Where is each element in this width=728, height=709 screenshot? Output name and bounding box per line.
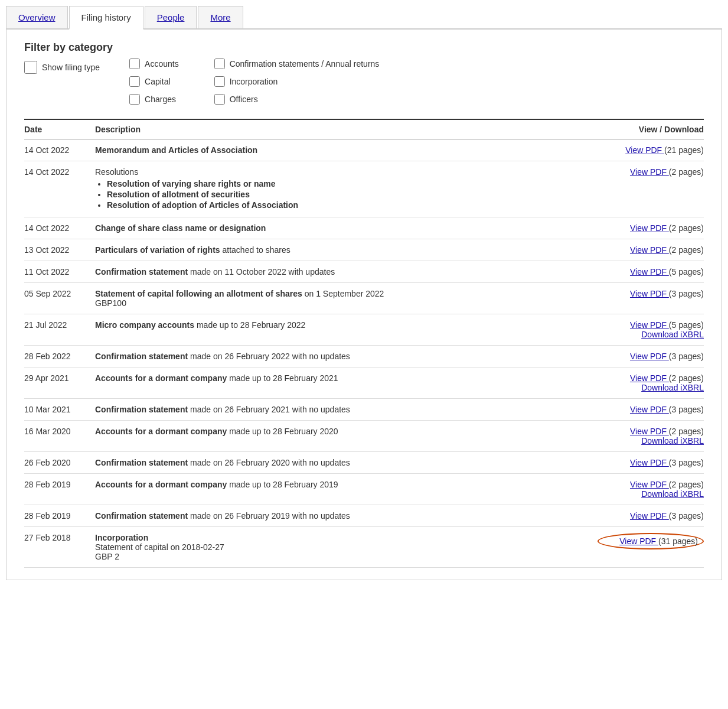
charges-label: Charges	[145, 95, 176, 104]
table-row: 13 Oct 2022Particulars of variation of r…	[24, 239, 704, 261]
download-ixbrl-link[interactable]: Download iXBRL	[598, 436, 704, 445]
description-rest: made up to 28 February 2020	[227, 427, 338, 436]
accounts-label: Accounts	[145, 59, 179, 69]
filter-col-2: Confirmation statements / Annual returns…	[214, 58, 380, 105]
tab-people[interactable]: People	[145, 6, 197, 28]
resolutions-label: Resolutions	[95, 167, 598, 177]
view-pdf-link[interactable]: View PDF (5 pages)	[598, 320, 704, 330]
row-view-download: View PDF (2 pages)	[598, 217, 704, 239]
row-view-download: View PDF (3 pages)	[598, 505, 704, 527]
show-filing-type-label: Show filing type	[42, 63, 100, 72]
resolution-item: Resolution of allotment of securities	[107, 190, 598, 199]
description-rest: made on 26 February 2021 with no updates	[188, 405, 350, 414]
row-date: 10 Mar 2021	[24, 399, 95, 421]
row-view-download: View PDF (21 pages)	[598, 139, 704, 161]
table-row: 29 Apr 2021Accounts for a dormant compan…	[24, 367, 704, 399]
view-pdf-link[interactable]: View PDF (5 pages)	[598, 267, 704, 277]
confirmation-label: Confirmation statements / Annual returns	[230, 59, 380, 69]
description-bold: Particulars of variation of rights	[95, 245, 220, 255]
row-description: Accounts for a dormant company made up t…	[95, 367, 598, 399]
description-bold: Change of share class name or designatio…	[95, 223, 266, 233]
capital-label: Capital	[145, 77, 171, 86]
table-row: 11 Oct 2022Confirmation statement made o…	[24, 261, 704, 283]
view-pdf-link[interactable]: View PDF (2 pages)	[598, 245, 704, 255]
description-line: Statement of capital on 2018-02-27	[95, 542, 598, 552]
description-bold: Accounts for a dormant company	[95, 480, 227, 489]
filter-capital: Capital	[129, 76, 179, 87]
row-date: 14 Oct 2022	[24, 139, 95, 161]
row-description: Particulars of variation of rights attac…	[95, 239, 598, 261]
tab-overview[interactable]: Overview	[6, 6, 68, 28]
row-date: 28 Feb 2019	[24, 474, 95, 505]
row-view-download: View PDF (2 pages)Download iXBRL	[598, 367, 704, 399]
header-date: Date	[24, 119, 95, 139]
table-row: 14 Oct 2022Memorandum and Articles of As…	[24, 139, 704, 161]
row-date: 26 Feb 2020	[24, 452, 95, 474]
tab-filing-history[interactable]: Filing history	[69, 6, 143, 30]
table-row: 28 Feb 2019Accounts for a dormant compan…	[24, 474, 704, 505]
row-view-download: View PDF (5 pages)	[598, 261, 704, 283]
incorporation-checkbox[interactable]	[214, 76, 225, 87]
row-view-download: View PDF (2 pages)Download iXBRL	[598, 421, 704, 452]
resolution-item: Resolution of adoption of Articles of As…	[107, 200, 598, 210]
view-pdf-link[interactable]: View PDF (2 pages)	[598, 373, 704, 383]
view-pdf-link[interactable]: View PDF (31 pages)	[598, 533, 704, 549]
download-ixbrl-link[interactable]: Download iXBRL	[598, 489, 704, 499]
row-description: Memorandum and Articles of Association	[95, 139, 598, 161]
table-row: 16 Mar 2020Accounts for a dormant compan…	[24, 421, 704, 452]
row-description: Accounts for a dormant company made up t…	[95, 474, 598, 505]
view-pdf-link[interactable]: View PDF (3 pages)	[598, 352, 704, 361]
row-description: Change of share class name or designatio…	[95, 217, 598, 239]
row-date: 16 Mar 2020	[24, 421, 95, 452]
row-view-download: View PDF (3 pages)	[598, 346, 704, 367]
table-row: 26 Feb 2020Confirmation statement made o…	[24, 452, 704, 474]
description-rest: made on 11 October 2022 with updates	[188, 267, 335, 277]
view-pdf-link[interactable]: View PDF (2 pages)	[598, 167, 704, 177]
description-rest: made on 26 February 2020 with no updates	[188, 458, 350, 467]
view-pdf-link[interactable]: View PDF (3 pages)	[598, 405, 704, 414]
table-row: 27 Feb 2018IncorporationStatement of cap…	[24, 527, 704, 568]
officers-checkbox[interactable]	[214, 94, 225, 105]
description-bold: Statement of capital following an allotm…	[95, 289, 302, 298]
table-row: 05 Sep 2022Statement of capital followin…	[24, 283, 704, 314]
filter-incorporation: Incorporation	[214, 76, 380, 87]
row-description: Confirmation statement made on 26 Februa…	[95, 452, 598, 474]
description-bold: Micro company accounts	[95, 320, 194, 330]
row-date: 27 Feb 2018	[24, 527, 95, 568]
accounts-checkbox[interactable]	[129, 58, 140, 69]
description-rest: made up to 28 February 2019	[227, 480, 338, 489]
description-line: GBP 2	[95, 552, 598, 561]
tab-more[interactable]: More	[198, 6, 243, 28]
view-pdf-link[interactable]: View PDF (3 pages)	[598, 289, 704, 298]
download-ixbrl-link[interactable]: Download iXBRL	[598, 383, 704, 392]
table-row: 10 Mar 2021Confirmation statement made o…	[24, 399, 704, 421]
row-view-download: View PDF (3 pages)	[598, 452, 704, 474]
view-pdf-link[interactable]: View PDF (3 pages)	[598, 511, 704, 521]
row-date: 05 Sep 2022	[24, 283, 95, 314]
row-description: Accounts for a dormant company made up t…	[95, 421, 598, 452]
row-date: 29 Apr 2021	[24, 367, 95, 399]
description-bold: Memorandum and Articles of Association	[95, 145, 257, 155]
row-date: 11 Oct 2022	[24, 261, 95, 283]
view-pdf-link[interactable]: View PDF (2 pages)	[598, 223, 704, 233]
view-pdf-link[interactable]: View PDF (2 pages)	[598, 427, 704, 436]
description-bold: Accounts for a dormant company	[95, 373, 227, 383]
view-pdf-link[interactable]: View PDF (2 pages)	[598, 480, 704, 489]
view-pdf-link[interactable]: View PDF (3 pages)	[598, 458, 704, 467]
confirmation-checkbox[interactable]	[214, 58, 225, 69]
capital-checkbox[interactable]	[129, 76, 140, 87]
description-bold: Incorporation	[95, 533, 148, 542]
row-view-download: View PDF (3 pages)	[598, 283, 704, 314]
row-view-download: View PDF (3 pages)	[598, 399, 704, 421]
description-bold: Accounts for a dormant company	[95, 427, 227, 436]
download-ixbrl-link[interactable]: Download iXBRL	[598, 330, 704, 339]
row-description: Micro company accounts made up to 28 Feb…	[95, 314, 598, 346]
description-rest: made up to 28 February 2021	[227, 373, 338, 383]
description-rest: made on 26 February 2022 with no updates	[188, 352, 350, 361]
header-description: Description	[95, 119, 598, 139]
charges-checkbox[interactable]	[129, 94, 140, 105]
show-filing-type-checkbox[interactable]	[24, 61, 37, 74]
table-row: 28 Feb 2019Confirmation statement made o…	[24, 505, 704, 527]
view-pdf-link[interactable]: View PDF (21 pages)	[598, 145, 704, 155]
row-description: Confirmation statement made on 11 Octobe…	[95, 261, 598, 283]
